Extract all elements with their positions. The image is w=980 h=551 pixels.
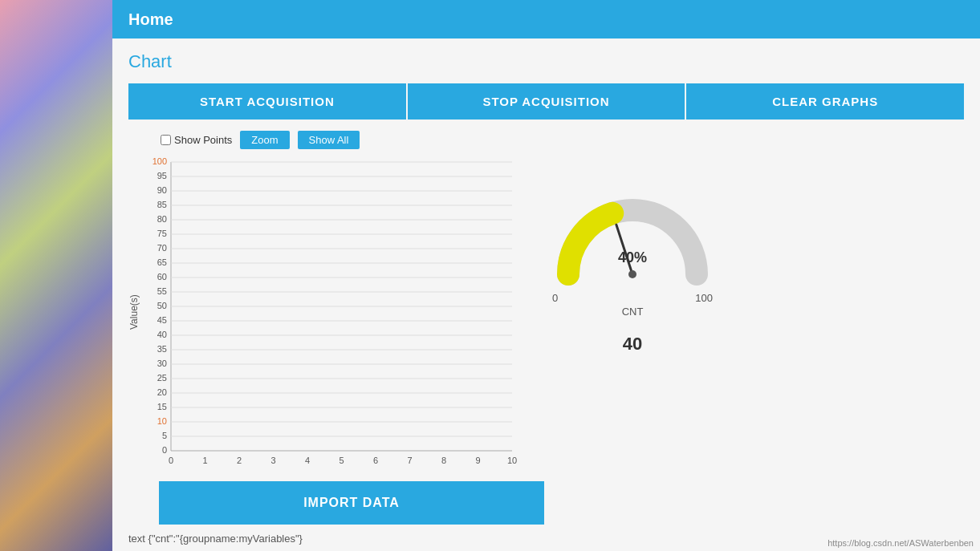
svg-text:50: 50 — [157, 301, 167, 310]
svg-text:85: 85 — [157, 200, 167, 209]
svg-text:25: 25 — [157, 373, 167, 383]
svg-text:10: 10 — [157, 416, 167, 426]
chart-svg: 100 95 90 85 80 75 70 65 60 55 50 45 — [143, 154, 528, 467]
svg-text:40%: 40% — [618, 249, 647, 265]
svg-text:90: 90 — [157, 185, 167, 195]
svg-text:35: 35 — [157, 344, 167, 354]
svg-text:60: 60 — [157, 272, 167, 282]
svg-text:5: 5 — [162, 431, 167, 440]
chart-and-gauge: Value(s) — [128, 154, 964, 470]
gauge-numeric-value: 40 — [623, 334, 642, 355]
gauge-svg: 40% — [552, 186, 713, 290]
svg-text:30: 30 — [157, 359, 167, 368]
svg-text:4: 4 — [305, 456, 310, 465]
y-axis-label: Value(s) — [128, 154, 140, 470]
import-btn-wrap: IMPORT DATA — [159, 481, 544, 525]
button-row: START ACQUISITION STOP ACQUISITION CLEAR… — [128, 83, 964, 120]
zoom-button[interactable]: Zoom — [240, 131, 289, 149]
x-axis: 0 1 2 3 4 5 6 7 8 9 10 Time (s) — [169, 456, 517, 467]
svg-text:40: 40 — [157, 330, 167, 339]
bottom-text-content: text {"cnt":"{groupname:myVariables"} — [128, 533, 303, 545]
svg-text:100: 100 — [152, 156, 167, 166]
y-axis: 100 95 90 85 80 75 70 65 60 55 50 45 — [152, 156, 512, 455]
sidebar-background — [0, 0, 112, 551]
url-hint: https://blog.csdn.net/ASWaterbenben — [828, 538, 974, 548]
svg-text:75: 75 — [157, 229, 167, 238]
svg-text:10: 10 — [507, 456, 517, 465]
svg-text:55: 55 — [157, 286, 167, 296]
topbar-title: Home — [128, 10, 173, 29]
svg-text:65: 65 — [157, 257, 167, 267]
svg-text:0: 0 — [162, 445, 167, 455]
svg-text:7: 7 — [407, 456, 412, 465]
start-acquisition-button[interactable]: START ACQUISITION — [128, 83, 408, 120]
stop-acquisition-button[interactable]: STOP ACQUISITION — [408, 83, 687, 120]
gauge-min-max-labels: 0 100 — [552, 292, 713, 304]
show-points-text: Show Points — [174, 134, 232, 146]
gauge-max-label: 100 — [695, 292, 713, 304]
svg-text:8: 8 — [441, 456, 446, 465]
svg-text:80: 80 — [157, 214, 167, 224]
content: Chart START ACQUISITION STOP ACQUISITION… — [112, 38, 980, 551]
svg-text:20: 20 — [157, 387, 167, 397]
svg-text:70: 70 — [157, 243, 167, 253]
svg-text:6: 6 — [373, 456, 378, 465]
svg-text:0: 0 — [169, 456, 173, 465]
page-title: Chart — [128, 51, 964, 72]
chart-container: 100 95 90 85 80 75 70 65 60 55 50 45 — [143, 154, 528, 470]
svg-text:5: 5 — [339, 456, 344, 465]
sidebar — [0, 0, 112, 551]
clear-graphs-button[interactable]: CLEAR GRAPHS — [686, 83, 964, 120]
gauge-cnt-label: CNT — [622, 306, 644, 318]
svg-point-56 — [628, 270, 636, 278]
svg-text:95: 95 — [157, 171, 167, 180]
svg-text:3: 3 — [270, 456, 275, 465]
import-data-button[interactable]: IMPORT DATA — [159, 481, 544, 525]
svg-text:9: 9 — [475, 456, 480, 465]
chart-with-yaxis: Value(s) — [128, 154, 528, 470]
show-points-label[interactable]: Show Points — [161, 134, 232, 146]
main-area: Home Chart START ACQUISITION STOP ACQUIS… — [112, 0, 980, 551]
chart-controls: Show Points Zoom Show All — [161, 131, 964, 149]
gauge-min-label: 0 — [552, 292, 558, 304]
topbar: Home — [112, 0, 980, 38]
svg-text:45: 45 — [157, 315, 167, 325]
gauge-container: 40% 0 100 CNT 40 — [544, 154, 721, 355]
show-all-button[interactable]: Show All — [298, 131, 360, 149]
svg-text:Time (s): Time (s) — [323, 466, 359, 467]
svg-text:1: 1 — [202, 456, 207, 465]
svg-text:15: 15 — [157, 402, 167, 411]
svg-text:2: 2 — [237, 456, 242, 465]
show-points-checkbox[interactable] — [161, 135, 171, 145]
